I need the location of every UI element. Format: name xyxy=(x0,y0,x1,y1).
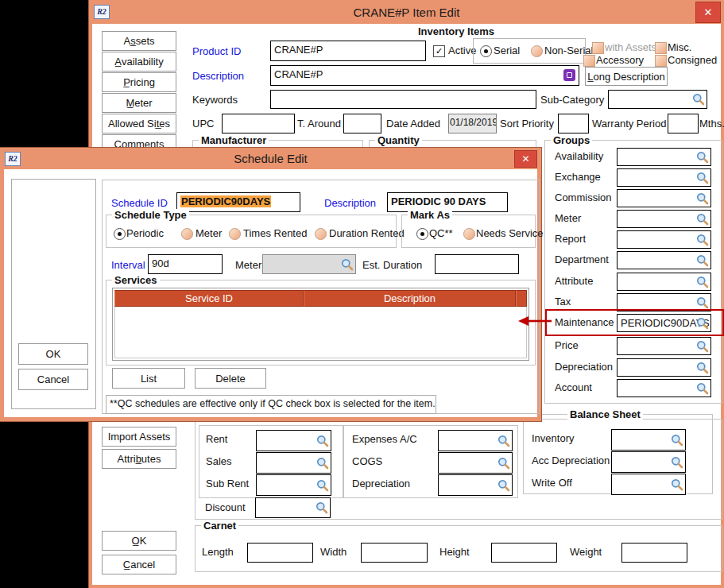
duration-rented-radio[interactable] xyxy=(315,228,327,240)
item-cancel-button[interactable]: C̲ancel xyxy=(102,555,176,574)
interval-field[interactable]: 90d xyxy=(148,254,223,274)
with-assets-checkbox[interactable] xyxy=(592,42,604,54)
search-icon[interactable] xyxy=(316,501,328,514)
search-icon[interactable] xyxy=(316,435,329,447)
long-description-button[interactable]: L̲ong Description xyxy=(585,67,668,86)
sort-priority-field[interactable] xyxy=(558,114,589,133)
exchange-group-field[interactable] xyxy=(617,168,711,187)
est-duration-field[interactable] xyxy=(435,254,519,274)
t-around-field[interactable] xyxy=(343,114,381,133)
discount-field[interactable] xyxy=(255,497,331,518)
search-icon[interactable] xyxy=(498,457,510,470)
commission-group-field[interactable] xyxy=(617,189,711,207)
weight-field[interactable] xyxy=(621,543,687,563)
times-rented-radio[interactable] xyxy=(229,228,241,240)
search-icon[interactable] xyxy=(696,362,709,374)
consigned-label: Consigned xyxy=(668,54,717,66)
availability-button[interactable]: A̲vailability xyxy=(102,52,176,72)
expand-description-icon[interactable] xyxy=(563,69,575,81)
close-icon[interactable]: ✕ xyxy=(695,2,721,23)
search-icon[interactable] xyxy=(316,457,329,470)
inventory-field[interactable] xyxy=(611,429,686,451)
product-id-field[interactable]: CRANE#P xyxy=(270,41,426,61)
schedule-cancel-button[interactable]: Cancel xyxy=(18,369,88,390)
attribute-group-field[interactable] xyxy=(617,273,711,291)
non-serial-radio[interactable] xyxy=(531,45,543,57)
qc-radio[interactable] xyxy=(416,228,428,240)
delete-button[interactable]: Delete xyxy=(195,368,266,389)
attributes-button[interactable]: Attrib̲utes xyxy=(102,449,176,469)
sub-rent-field[interactable] xyxy=(256,474,331,496)
upc-label: UPC xyxy=(192,118,214,130)
search-icon[interactable] xyxy=(671,478,683,491)
item-ok-button[interactable]: O̲K xyxy=(102,531,176,551)
rent-field[interactable] xyxy=(256,430,331,451)
search-icon[interactable] xyxy=(696,296,709,309)
meter-button[interactable]: M̲eter xyxy=(102,93,176,113)
search-icon[interactable] xyxy=(316,479,329,492)
depreciation-ac-field[interactable] xyxy=(438,474,513,496)
search-icon[interactable] xyxy=(498,479,510,492)
search-icon[interactable] xyxy=(696,234,709,246)
services-table[interactable]: Service ID Description xyxy=(112,288,529,361)
accessory-checkbox[interactable] xyxy=(583,55,595,67)
schedule-ok-button[interactable]: OK xyxy=(18,343,88,365)
availability-group-field[interactable] xyxy=(617,148,711,166)
search-icon[interactable] xyxy=(692,93,705,106)
account-group-field[interactable] xyxy=(617,379,711,397)
search-icon[interactable] xyxy=(671,456,683,469)
meter-radio[interactable] xyxy=(181,228,193,240)
search-icon[interactable] xyxy=(696,382,709,395)
depreciation-group-field[interactable] xyxy=(617,358,711,377)
keywords-field[interactable] xyxy=(270,90,536,109)
item-edit-titlebar[interactable]: R2 CRANE#P Item Edit ✕ xyxy=(89,0,724,24)
search-icon[interactable] xyxy=(696,340,709,353)
expenses-ac-field[interactable] xyxy=(438,430,513,451)
misc-checkbox[interactable] xyxy=(655,42,667,54)
group-row-label: Exchange xyxy=(555,171,601,183)
write-off-field[interactable] xyxy=(611,474,686,495)
consigned-checkbox[interactable] xyxy=(655,55,667,67)
acc-depreciation-field[interactable] xyxy=(611,451,686,473)
cogs-field[interactable] xyxy=(438,452,513,474)
search-icon[interactable] xyxy=(671,434,683,447)
search-icon[interactable] xyxy=(696,276,709,288)
length-field[interactable] xyxy=(247,543,313,563)
serial-radio[interactable] xyxy=(480,45,492,57)
duration-rented-label: Duration Rented xyxy=(329,227,405,239)
meter-group-field[interactable] xyxy=(617,210,711,228)
sub-category-field[interactable] xyxy=(608,90,707,109)
import-assets-button[interactable]: Import Assets xyxy=(102,427,176,447)
warranty-period-field[interactable] xyxy=(668,114,699,133)
active-checkbox[interactable]: ✓ xyxy=(433,45,445,57)
search-icon[interactable] xyxy=(696,213,709,226)
needs-service-radio[interactable] xyxy=(463,228,475,240)
allowed-sites-button[interactable]: Allowed Sit̲es xyxy=(102,114,176,133)
groups-caption: Groups xyxy=(551,134,592,146)
search-icon[interactable] xyxy=(498,435,510,447)
height-field[interactable] xyxy=(491,543,557,563)
price-group-field[interactable] xyxy=(617,337,711,355)
list-button[interactable]: List xyxy=(112,368,185,389)
width-field[interactable] xyxy=(361,543,428,563)
search-icon[interactable] xyxy=(696,172,709,184)
pricing-button[interactable]: P̲ricing xyxy=(102,72,176,92)
description-field[interactable]: CRANE#P xyxy=(270,65,579,86)
search-icon[interactable] xyxy=(696,151,709,164)
department-group-field[interactable] xyxy=(617,251,711,269)
group-row-label: Report xyxy=(555,233,586,245)
schedule-id-field[interactable]: PERIODIC90DAYS xyxy=(176,192,300,212)
search-icon[interactable] xyxy=(696,192,709,205)
close-icon[interactable]: ✕ xyxy=(514,150,537,168)
report-group-field[interactable] xyxy=(617,230,711,249)
upc-field[interactable] xyxy=(222,114,295,133)
carnet-group: Carnet Length Width Height Weight xyxy=(195,525,722,572)
periodic-radio[interactable] xyxy=(114,228,126,240)
maintenance-highlight-annotation xyxy=(545,309,724,336)
schedule-edit-titlebar[interactable]: R2 Schedule Edit ✕ xyxy=(0,148,541,169)
search-icon[interactable] xyxy=(696,254,709,267)
assets-button[interactable]: As̲sets xyxy=(102,31,176,51)
sales-field[interactable] xyxy=(256,452,331,474)
services-table-header: Service ID Description xyxy=(114,290,527,307)
schedule-type-group: Schedule Type Periodic Meter Times Rente… xyxy=(106,215,397,248)
